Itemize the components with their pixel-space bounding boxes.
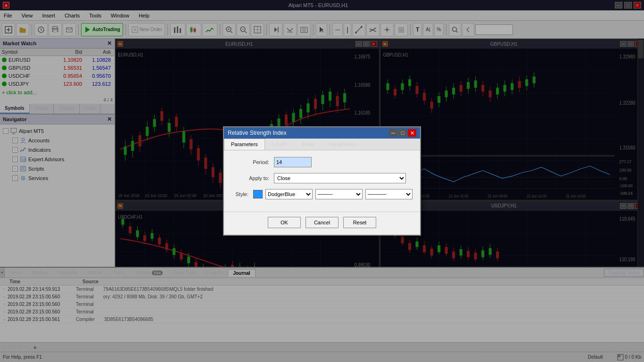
apply-to-select[interactable]: Close Open High Low Median Price Typical… [274,173,406,183]
style-color-swatch[interactable] [253,190,263,198]
modal-row-style: Style: DodgerBlue Red Green White Yellow… [231,189,413,199]
style-width-select[interactable]: ───── ━━━━ [365,189,413,199]
modal-tabs: Parameters Levels Scale Visualization [224,139,420,150]
style-color-select[interactable]: DodgerBlue Red Green White Yellow [265,189,313,199]
modal-reset-button[interactable]: Reset [343,217,376,228]
period-input[interactable] [274,157,312,167]
modal-footer: OK Cancel Reset [224,212,420,235]
style-controls: DodgerBlue Red Green White Yellow ──── -… [253,189,413,199]
modal-minimize-button[interactable]: ─ [389,129,397,137]
modal-ok-button[interactable]: OK [268,217,301,228]
modal-cancel-button[interactable]: Cancel [305,217,339,228]
period-label: Period: [231,159,269,165]
modal-title: Relative Strength Index [228,130,287,136]
modal-row-period: Period: [231,157,413,167]
modal-titlebar: Relative Strength Index ─ □ ✕ [224,127,420,139]
modal-close-button[interactable]: ✕ [408,129,416,137]
style-label: Style: [231,191,248,197]
modal-tab-scale[interactable]: Scale [294,139,322,150]
style-line-select[interactable]: ──── - - - ····· [315,189,363,199]
modal-overlay: Relative Strength Index ─ □ ✕ Parameters… [0,0,644,362]
modal-tab-visualization[interactable]: Visualization [321,139,364,150]
apply-to-label: Apply to: [231,175,269,181]
modal-maximize-button[interactable]: □ [398,129,407,137]
rsi-dialog: Relative Strength Index ─ □ ✕ Parameters… [223,126,421,236]
modal-body: Period: Apply to: Close Open High Low Me… [224,150,420,212]
modal-tab-parameters[interactable]: Parameters [224,139,265,150]
modal-tab-levels[interactable]: Levels [265,139,294,150]
modal-row-apply: Apply to: Close Open High Low Median Pri… [231,173,413,183]
